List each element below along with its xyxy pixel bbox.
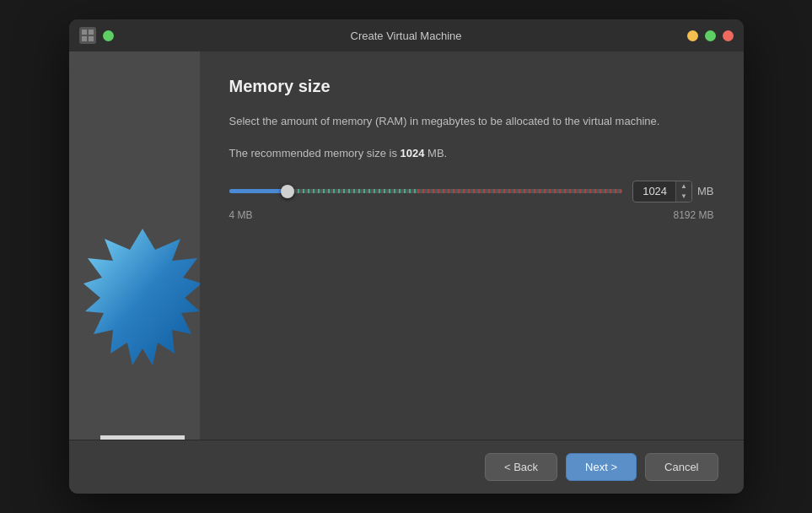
window-content: Memory size Select the amount of memory … <box>69 51 744 440</box>
svg-rect-5 <box>100 435 185 440</box>
description-text: Select the amount of memory (RAM) in meg… <box>229 113 714 130</box>
max-label: 8192 MB <box>673 209 713 221</box>
mb-unit-label: MB <box>697 185 714 197</box>
spinbox-container: 1024 ▲ ▼ MB <box>632 181 713 202</box>
cancel-button[interactable]: Cancel <box>645 453 718 481</box>
window-title: Create Virtual Machine <box>351 30 462 42</box>
vbox-logo-svg <box>83 203 200 440</box>
slider-green-zone <box>288 189 417 193</box>
titlebar: Create Virtual Machine <box>69 19 744 51</box>
range-labels: 4 MB 8192 MB <box>229 209 714 221</box>
titlebar-right-buttons <box>687 30 734 41</box>
slider-track[interactable] <box>229 189 623 193</box>
yellow-button[interactable] <box>687 30 698 41</box>
footer: < Back Next > Cancel <box>69 440 744 494</box>
svg-rect-0 <box>82 30 87 35</box>
min-label: 4 MB <box>229 209 253 221</box>
next-button[interactable]: Next > <box>566 453 637 481</box>
svg-rect-1 <box>89 30 94 35</box>
spinbox-up[interactable]: ▲ <box>676 181 691 192</box>
titlebar-left-buttons <box>103 30 114 41</box>
svg-marker-6 <box>83 229 200 365</box>
section-title: Memory size <box>229 77 714 96</box>
app-logo <box>79 27 96 44</box>
slider-red-zone <box>417 189 622 193</box>
memory-spinbox[interactable]: 1024 ▲ ▼ <box>632 181 692 202</box>
main-panel: Memory size Select the amount of memory … <box>200 51 744 440</box>
svg-rect-3 <box>89 36 94 41</box>
back-button[interactable]: < Back <box>485 453 557 481</box>
red-button[interactable] <box>723 30 734 41</box>
virtual-machine-window: Create Virtual Machine <box>69 19 744 494</box>
slider-wrapper <box>229 189 623 193</box>
slider-filled <box>229 189 288 193</box>
recommended-suffix: MB. <box>424 147 447 159</box>
green-button[interactable] <box>103 30 114 41</box>
slider-row: 1024 ▲ ▼ MB <box>229 181 714 202</box>
sidebar-logo <box>83 203 185 440</box>
spinbox-arrows: ▲ ▼ <box>675 181 691 202</box>
recommended-text: The recommended memory size is 1024 MB. <box>229 147 714 159</box>
spinbox-down[interactable]: ▼ <box>676 192 691 202</box>
recommended-prefix: The recommended memory size is <box>229 147 401 159</box>
recommended-value: 1024 <box>401 147 425 159</box>
slider-thumb[interactable] <box>281 185 294 198</box>
sidebar <box>69 51 200 440</box>
spinbox-value[interactable]: 1024 <box>633 181 675 201</box>
svg-rect-2 <box>82 36 87 41</box>
green-maximize-button[interactable] <box>705 30 716 41</box>
